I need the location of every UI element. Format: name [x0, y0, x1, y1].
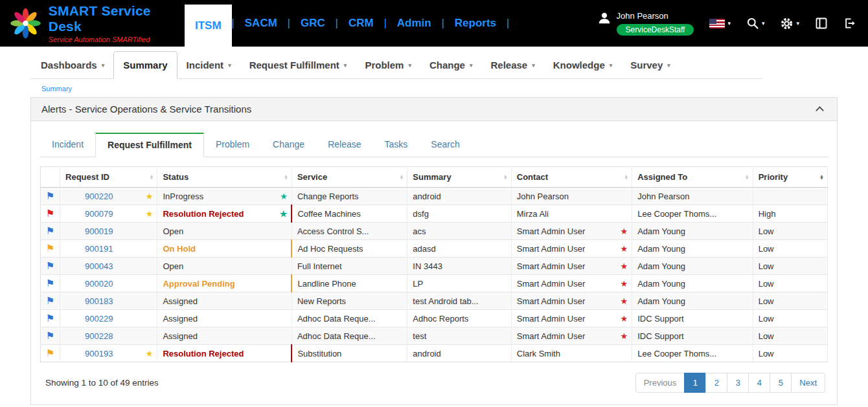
- tab-request-fulfillment[interactable]: Request Fulfillment: [95, 133, 204, 157]
- status-cell: Assigned: [157, 310, 292, 327]
- brand: SMART Service Desk Service Automation SM…: [0, 0, 185, 47]
- menu-item-dashboards[interactable]: Dashboards▾: [32, 52, 113, 78]
- contact-cell: Smart Admin User★: [511, 240, 632, 258]
- flag-cell[interactable]: ⚑: [41, 258, 60, 275]
- request-id-cell: 900019: [60, 223, 157, 240]
- nav-item-reports[interactable]: Reports: [444, 0, 507, 47]
- language-selector[interactable]: ▾: [709, 19, 731, 28]
- nav-item-sacm[interactable]: SACM: [234, 0, 288, 47]
- logout-button[interactable]: [843, 17, 856, 30]
- flag-cell[interactable]: ⚑: [41, 240, 60, 258]
- page-button-next[interactable]: Next: [791, 373, 825, 393]
- knowledge-panel-button[interactable]: [815, 17, 828, 30]
- collapse-chevron-icon[interactable]: [816, 106, 824, 115]
- page-button-5[interactable]: 5: [770, 373, 792, 393]
- breadcrumb[interactable]: Summary: [0, 79, 868, 97]
- service-cell: Ad Hoc Requests: [291, 240, 407, 258]
- tab-tasks[interactable]: Tasks: [373, 133, 420, 157]
- blue-flag-icon: ⚑: [46, 190, 54, 201]
- column-header-assigned-to[interactable]: Assigned To▲▼: [632, 167, 753, 188]
- request-id-link[interactable]: 900019: [85, 226, 113, 236]
- service-cell: Adhoc Data Reque...: [291, 310, 407, 327]
- tab-release[interactable]: Release: [316, 133, 372, 157]
- contact-cell: Clark Smith: [511, 345, 632, 362]
- nav-item-itsm[interactable]: ITSM: [185, 5, 232, 47]
- flag-cell[interactable]: ⚑: [41, 327, 60, 345]
- flag-cell[interactable]: ⚑: [41, 345, 60, 362]
- request-id-link[interactable]: 900220: [85, 192, 113, 201]
- flag-cell[interactable]: ⚑: [41, 310, 60, 327]
- vip-star-icon: ★: [621, 261, 628, 271]
- page-button-3[interactable]: 3: [727, 373, 749, 393]
- search-menu[interactable]: ▾: [746, 17, 765, 30]
- summary-cell: test Android tab...: [407, 292, 511, 310]
- sort-icon[interactable]: ▲▼: [399, 174, 404, 180]
- sort-icon[interactable]: ▲▼: [503, 174, 508, 180]
- column-header-request-id[interactable]: Request ID▲▼: [60, 167, 157, 188]
- menu-item-problem[interactable]: Problem▾: [356, 52, 420, 78]
- column-header-summary[interactable]: Summary▲▼: [407, 167, 511, 188]
- sort-icon[interactable]: ▲▼: [149, 174, 154, 180]
- request-id-link[interactable]: 900043: [85, 261, 113, 271]
- sort-desc-icon: ▼: [284, 177, 288, 180]
- status-label: Resolution Rejected: [163, 209, 244, 219]
- sort-icon[interactable]: ▲▼: [624, 174, 628, 180]
- chevron-down-icon: ▾: [408, 62, 411, 69]
- column-header-service[interactable]: Service▲▼: [291, 167, 407, 188]
- request-id-link[interactable]: 900020: [85, 279, 113, 289]
- sort-icon[interactable]: ▲▼: [745, 174, 749, 180]
- flag-cell[interactable]: ⚑: [41, 223, 60, 240]
- blue-flag-icon: ⚑: [46, 260, 54, 271]
- menu-item-summary[interactable]: Summary: [113, 51, 177, 79]
- flag-cell[interactable]: ⚑: [41, 188, 60, 205]
- menu-item-label: Summary: [123, 60, 167, 71]
- blue-flag-icon: ⚑: [46, 278, 54, 289]
- page-button-1[interactable]: 1: [684, 373, 706, 393]
- contact-label: Smart Admin User: [517, 314, 585, 324]
- tab-change[interactable]: Change: [261, 133, 316, 157]
- contact-label: Smart Admin User: [517, 244, 585, 254]
- tab-problem[interactable]: Problem: [204, 133, 261, 157]
- request-id-link[interactable]: 900228: [85, 331, 113, 341]
- menu-item-label: Change: [429, 60, 465, 71]
- nav-item-crm[interactable]: CRM: [338, 0, 384, 47]
- page-button-previous[interactable]: Previous: [635, 373, 685, 393]
- summary-cell: android: [407, 345, 511, 362]
- menu-item-incident[interactable]: Incident▾: [177, 52, 240, 78]
- request-id-link[interactable]: 900183: [85, 296, 113, 306]
- nav-item-admin[interactable]: Admin: [387, 0, 442, 47]
- summary-cell: LP: [407, 275, 511, 292]
- flag-cell[interactable]: ⚑: [41, 275, 60, 292]
- request-id-cell: 900043: [60, 258, 157, 275]
- column-header-priority[interactable]: Priority▲▼: [753, 167, 827, 188]
- sort-icon[interactable]: ▲▼: [284, 174, 288, 180]
- flag-cell[interactable]: ⚑: [41, 292, 60, 310]
- assigned-to-cell: John Pearson: [632, 188, 753, 205]
- column-header-status[interactable]: Status▲▼: [157, 167, 292, 188]
- settings-menu[interactable]: ▾: [780, 17, 799, 30]
- menu-item-survey[interactable]: Survey▾: [621, 52, 680, 78]
- request-id-link[interactable]: 900193: [85, 349, 113, 358]
- favorite-star-icon: ★: [146, 349, 154, 358]
- menu-item-release[interactable]: Release▾: [481, 52, 543, 78]
- menu-item-request-fulfillment[interactable]: Request Fulfillment▾: [240, 52, 356, 78]
- user-menu[interactable]: John Pearson ServiceDeskStaff: [597, 11, 694, 36]
- page-button-2[interactable]: 2: [705, 373, 727, 393]
- status-cell: InProgress★: [157, 188, 292, 205]
- status-cell: On Hold: [157, 240, 292, 258]
- person-icon: [597, 11, 611, 25]
- menu-item-knowledge[interactable]: Knowledge▾: [544, 52, 622, 78]
- request-id-link[interactable]: 900079: [85, 209, 113, 219]
- alerts-panel-header[interactable]: Alerts - Service Operations & Service Tr…: [31, 98, 837, 121]
- column-header-contact[interactable]: Contact▲▼: [511, 167, 632, 188]
- tab-incident[interactable]: Incident: [40, 133, 95, 157]
- assigned-to-cell: Adam Young: [632, 223, 753, 240]
- tab-search[interactable]: Search: [419, 133, 471, 157]
- page-button-4[interactable]: 4: [748, 373, 770, 393]
- request-id-link[interactable]: 900191: [85, 244, 113, 254]
- nav-item-grc[interactable]: GRC: [290, 0, 336, 47]
- flag-cell[interactable]: ⚑: [41, 205, 60, 223]
- sort-icon[interactable]: ▲▼: [819, 174, 824, 180]
- menu-item-change[interactable]: Change▾: [420, 52, 482, 78]
- request-id-link[interactable]: 900229: [85, 314, 113, 324]
